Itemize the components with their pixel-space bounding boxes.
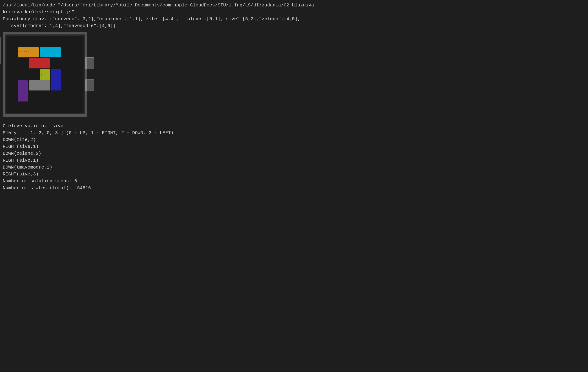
step3: DOWN(zelene,2) xyxy=(3,150,585,157)
num-solution-steps: Number of solution steps: 6 xyxy=(3,178,585,185)
grid-canvas xyxy=(3,32,94,117)
grid-container xyxy=(3,32,94,117)
cielove-vozidlo: Cielove vozidlo: sive xyxy=(3,123,585,129)
pociatocny-stav-2: "svetlomodre":[1,4],"tmavomodre":[4,6]} xyxy=(3,22,585,29)
step1: DOWN(zlte,2) xyxy=(3,136,585,143)
pociatocny-stav-1: Pociatocny stav: {"cervene":[3,2],"oranz… xyxy=(3,16,585,22)
smery: Smery: [ 1, 2, 0, 3 ] (0 - UP, 1 - RIGHT… xyxy=(3,129,585,136)
step4: RIGHT(sive,1) xyxy=(3,157,585,164)
command-line-1: /usr/local/bin/node "/Users/feri/Library… xyxy=(3,2,585,9)
step5: DOWN(tmavomodre,2) xyxy=(3,164,585,171)
terminal-window: /usr/local/bin/node "/Users/feri/Library… xyxy=(3,2,585,191)
num-states: Number of states (total): 54816 xyxy=(3,185,585,191)
command-line-2: krizovatka/dist/script.js" xyxy=(3,9,585,16)
output-block: Cielove vozidlo: sive Smery: [ 1, 2, 0, … xyxy=(3,123,585,191)
step6: RIGHT(sive,3) xyxy=(3,171,585,178)
sidebar-indicator xyxy=(0,37,1,64)
step2: RIGHT(sive,1) xyxy=(3,143,585,150)
